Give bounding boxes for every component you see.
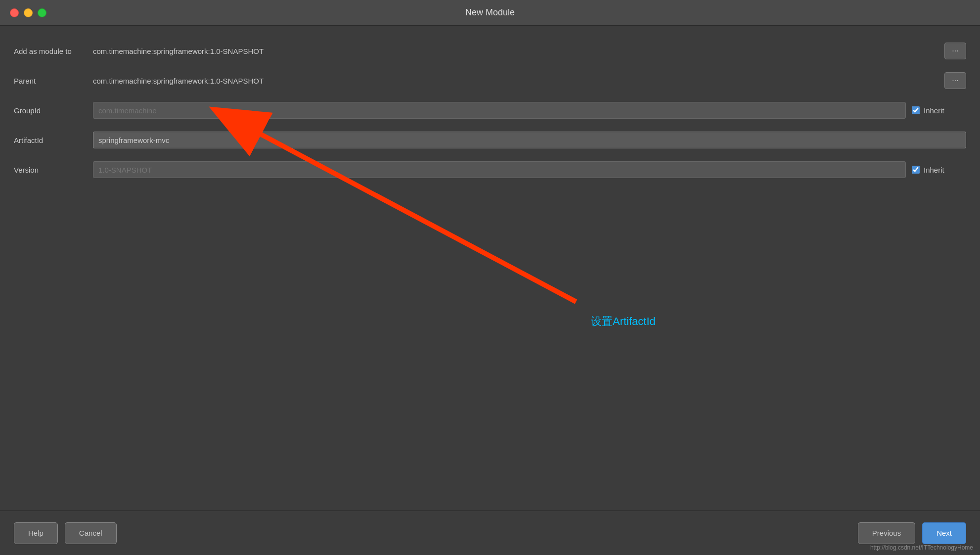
parent-more-button[interactable]: ··· xyxy=(944,72,966,89)
parent-label: Parent xyxy=(14,77,93,85)
add-as-module-row: Add as module to com.timemachine:springf… xyxy=(14,41,966,61)
title-bar: New Module xyxy=(0,0,980,26)
artifact-id-input[interactable] xyxy=(93,132,966,148)
add-as-module-more-button[interactable]: ··· xyxy=(944,43,966,59)
add-as-module-label: Add as module to xyxy=(14,47,93,55)
dialog-content: Add as module to com.timemachine:springf… xyxy=(0,26,980,204)
annotation-text: 设置ArtifactId xyxy=(591,314,656,329)
cancel-button[interactable]: Cancel xyxy=(65,522,117,544)
group-id-label: GroupId xyxy=(14,106,93,115)
version-inherit-label: Inherit xyxy=(924,166,944,174)
minimize-button[interactable] xyxy=(24,8,33,17)
group-id-inherit-checkbox[interactable] xyxy=(912,106,920,114)
bottom-bar-left: Help Cancel xyxy=(14,522,117,544)
version-label: Version xyxy=(14,166,93,174)
next-button[interactable]: Next xyxy=(922,522,966,544)
maximize-button[interactable] xyxy=(38,8,46,17)
artifact-id-row: ArtifactId xyxy=(14,130,966,150)
bottom-bar-right: Previous Next xyxy=(858,522,966,544)
previous-button[interactable]: Previous xyxy=(858,522,915,544)
add-as-module-value: com.timemachine:springframework:1.0-SNAP… xyxy=(93,47,938,55)
group-id-row: GroupId Inherit xyxy=(14,100,966,121)
close-button[interactable] xyxy=(10,8,19,17)
version-row: Version Inherit xyxy=(14,159,966,180)
group-id-inherit-label: Inherit xyxy=(924,106,944,115)
artifact-id-label: ArtifactId xyxy=(14,136,93,144)
parent-value: com.timemachine:springframework:1.0-SNAP… xyxy=(93,77,938,85)
version-input[interactable] xyxy=(93,161,906,178)
help-button[interactable]: Help xyxy=(14,522,58,544)
watermark: http://blog.csdn.net/ITTechnologyHome xyxy=(870,544,973,551)
group-id-input[interactable] xyxy=(93,102,906,119)
version-inherit-checkbox[interactable] xyxy=(912,166,920,174)
version-inherit-area: Inherit xyxy=(912,166,966,174)
window-title: New Module xyxy=(465,7,515,18)
traffic-lights xyxy=(10,8,46,17)
parent-row: Parent com.timemachine:springframework:1… xyxy=(14,70,966,91)
group-id-inherit-area: Inherit xyxy=(912,106,966,115)
bottom-bar: Help Cancel Previous Next xyxy=(0,510,980,555)
